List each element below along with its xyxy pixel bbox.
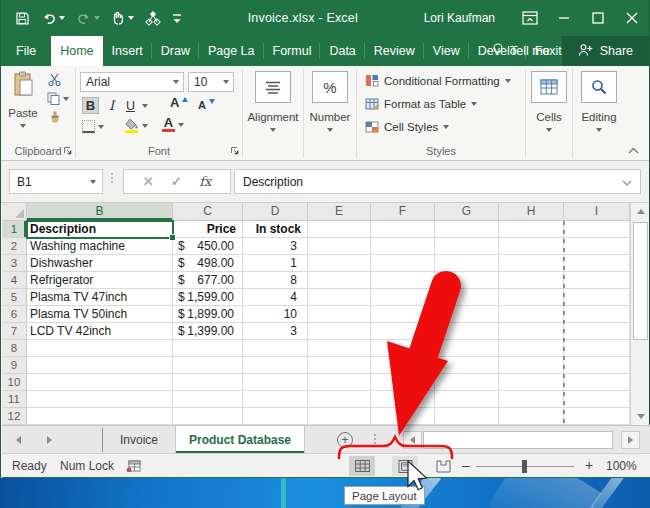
- vertical-scroll-thumb[interactable]: [633, 222, 648, 340]
- cell-H10[interactable]: [499, 374, 564, 391]
- cell-I1[interactable]: [564, 221, 630, 238]
- cell-G9[interactable]: [435, 357, 499, 374]
- cell-F8[interactable]: [371, 340, 435, 357]
- cell-C6[interactable]: $1,899.00: [173, 306, 243, 323]
- cell-B3[interactable]: Dishwasher: [27, 255, 173, 272]
- ribbon-tab-view[interactable]: View: [424, 36, 469, 66]
- cell-C8[interactable]: [173, 340, 243, 357]
- cell-H7[interactable]: [499, 323, 564, 340]
- cell-D9[interactable]: [243, 357, 308, 374]
- paste-button[interactable]: Paste: [3, 71, 43, 128]
- cell-F4[interactable]: [371, 272, 435, 289]
- cell-C12[interactable]: [173, 408, 243, 425]
- font-size-combo[interactable]: 10: [188, 72, 234, 92]
- cell-C10[interactable]: [173, 374, 243, 391]
- expand-formula-bar-icon[interactable]: [622, 175, 632, 189]
- format-as-table-button[interactable]: Format as Table: [365, 97, 477, 110]
- font-dialog-launcher-icon[interactable]: [230, 145, 239, 157]
- cell-B6[interactable]: Plasma TV 50inch: [27, 306, 173, 323]
- save-icon[interactable]: [15, 11, 30, 26]
- cell-C4[interactable]: $677.00: [173, 272, 243, 289]
- formula-bar-grip[interactable]: [111, 173, 113, 183]
- cell-G4[interactable]: [435, 272, 499, 289]
- cell-C7[interactable]: $1,399.00: [173, 323, 243, 340]
- cell-I7[interactable]: [564, 323, 630, 340]
- cell-F9[interactable]: [371, 357, 435, 374]
- row-header-12[interactable]: 12: [2, 408, 27, 425]
- zoom-out-button[interactable]: –: [462, 457, 470, 473]
- scroll-down-button[interactable]: [632, 408, 649, 425]
- undo-dropdown-caret[interactable]: [59, 16, 65, 20]
- column-header-C[interactable]: C: [173, 203, 243, 221]
- previous-sheet-icon[interactable]: [16, 436, 21, 444]
- collapse-ribbon-icon[interactable]: [628, 144, 639, 156]
- ribbon-tab-file[interactable]: File: [1, 36, 51, 66]
- cell-H1[interactable]: [499, 221, 564, 238]
- increase-font-button[interactable]: A: [170, 97, 188, 109]
- column-header-I[interactable]: I: [564, 203, 630, 221]
- clipboard-dialog-launcher-icon[interactable]: [63, 145, 72, 157]
- italic-button[interactable]: I: [103, 97, 120, 114]
- cell-I9[interactable]: [564, 357, 630, 374]
- cell-E10[interactable]: [308, 374, 371, 391]
- cell-D12[interactable]: [243, 408, 308, 425]
- cell-styles-button[interactable]: Cell Styles: [365, 120, 449, 133]
- cell-D11[interactable]: [243, 391, 308, 408]
- touch-mode-icon[interactable]: [111, 11, 134, 26]
- cell-E7[interactable]: [308, 323, 371, 340]
- cell-D7[interactable]: 3: [243, 323, 308, 340]
- row-header-11[interactable]: 11: [2, 391, 27, 408]
- bold-button[interactable]: B: [82, 97, 99, 114]
- zoom-in-button[interactable]: +: [585, 457, 593, 473]
- share-button[interactable]: Share: [562, 36, 649, 66]
- ribbon-tab-formul[interactable]: Formul: [264, 36, 321, 66]
- cut-button[interactable]: [48, 73, 62, 86]
- cell-D3[interactable]: 1: [243, 255, 308, 272]
- tell-me-button[interactable]: Tell me: [480, 36, 562, 66]
- underline-button[interactable]: U: [122, 97, 148, 114]
- cell-I2[interactable]: [564, 238, 630, 255]
- cell-D1[interactable]: In stock: [243, 221, 308, 238]
- cell-E5[interactable]: [308, 289, 371, 306]
- column-header-G[interactable]: G: [435, 203, 499, 221]
- cell-B4[interactable]: Refrigerator: [27, 272, 173, 289]
- cell-G11[interactable]: [435, 391, 499, 408]
- cell-F1[interactable]: [371, 221, 435, 238]
- ribbon-tab-home[interactable]: Home: [51, 36, 102, 66]
- column-header-H[interactable]: H: [499, 203, 564, 221]
- cell-H4[interactable]: [499, 272, 564, 289]
- normal-view-button[interactable]: [349, 456, 375, 476]
- cell-G2[interactable]: [435, 238, 499, 255]
- hscroll-left-button[interactable]: [403, 431, 422, 449]
- minimize-button[interactable]: [547, 0, 581, 36]
- copy-caret[interactable]: [63, 97, 69, 101]
- cell-B2[interactable]: Washing machine: [27, 238, 173, 255]
- ribbon-display-options-icon[interactable]: [513, 0, 547, 36]
- cell-C5[interactable]: $1,599.00: [173, 289, 243, 306]
- fill-color-button[interactable]: [124, 118, 148, 133]
- conditional-formatting-button[interactable]: Conditional Formatting: [365, 74, 511, 87]
- column-header-F[interactable]: F: [371, 203, 435, 221]
- cell-B12[interactable]: [27, 408, 173, 425]
- cell-H5[interactable]: [499, 289, 564, 306]
- row-header-9[interactable]: 9: [2, 357, 27, 374]
- customize-qat-icon[interactable]: [172, 13, 182, 24]
- sheet-tab-product-database[interactable]: Product Database: [175, 426, 305, 453]
- cell-G10[interactable]: [435, 374, 499, 391]
- ribbon-tab-insert[interactable]: Insert: [103, 36, 152, 66]
- cell-I12[interactable]: [564, 408, 630, 425]
- ribbon-tab-data[interactable]: Data: [320, 36, 364, 66]
- zoom-level[interactable]: 100%: [606, 459, 637, 473]
- cell-B9[interactable]: [27, 357, 173, 374]
- cancel-icon[interactable]: ✕: [143, 174, 154, 189]
- page-break-preview-button[interactable]: [430, 456, 456, 476]
- font-name-combo[interactable]: Arial: [80, 72, 184, 92]
- row-header-5[interactable]: 5: [2, 289, 27, 306]
- cell-H3[interactable]: [499, 255, 564, 272]
- name-box[interactable]: B1: [9, 169, 103, 194]
- cell-E1[interactable]: [308, 221, 371, 238]
- cell-F6[interactable]: [371, 306, 435, 323]
- column-header-B[interactable]: B: [27, 203, 173, 221]
- cell-G5[interactable]: [435, 289, 499, 306]
- row-header-8[interactable]: 8: [2, 340, 27, 357]
